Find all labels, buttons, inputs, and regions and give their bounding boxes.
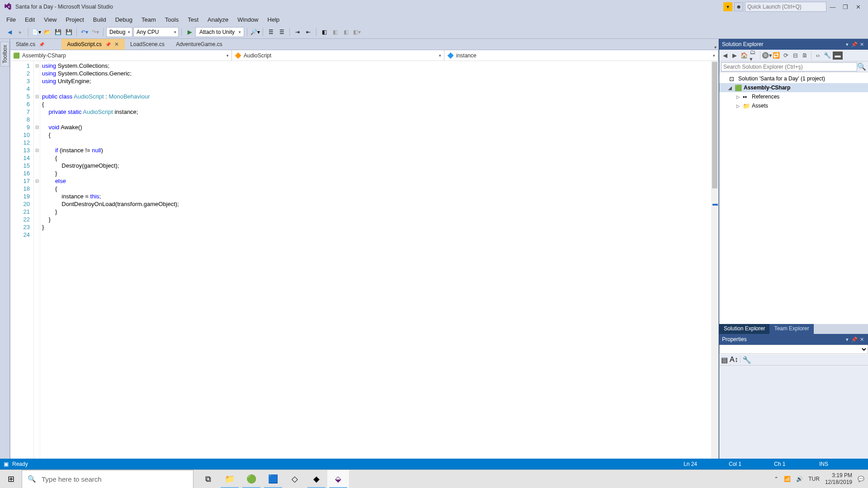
nav-member-dropdown[interactable]: 🔷instance xyxy=(444,50,718,61)
alphabetical-icon[interactable]: A↕ xyxy=(730,356,738,364)
start-debug-button[interactable]: ▶ xyxy=(184,27,194,37)
taskbar-chrome[interactable]: 🟢 xyxy=(241,470,262,488)
menu-help[interactable]: Help xyxy=(263,14,284,25)
tray-chevron-icon[interactable]: ⌃ xyxy=(774,476,778,482)
close-panel-icon[interactable]: ✕ xyxy=(858,42,865,47)
tab-loadscene[interactable]: LoadScene.cs xyxy=(125,39,170,50)
redo-button[interactable]: ↷▾ xyxy=(90,27,100,37)
pin-icon[interactable]: 📌 xyxy=(851,42,858,47)
menu-test[interactable]: Test xyxy=(183,14,203,25)
uncomment-button[interactable]: ☰ xyxy=(277,27,287,37)
taskbar-visual-studio[interactable]: ⬙ xyxy=(327,470,349,488)
minimize-button[interactable]: — xyxy=(826,2,839,12)
tab-overflow-button[interactable]: ▾ xyxy=(714,45,718,50)
undo-button[interactable]: ↶▾ xyxy=(80,27,90,37)
properties-icon[interactable]: 🔧 xyxy=(823,52,831,60)
tab-team-explorer[interactable]: Team Explorer xyxy=(769,324,813,334)
taskbar-word[interactable]: 🟦 xyxy=(262,470,284,488)
tree-assets-node[interactable]: ▷📁Assets xyxy=(719,101,868,110)
sync-icon[interactable]: 🔁 xyxy=(772,52,780,60)
code-text[interactable]: using System.Collections; using System.C… xyxy=(40,61,718,469)
feedback-icon[interactable]: ☻ xyxy=(734,2,743,11)
tab-adventuregame[interactable]: AdventureGame.cs xyxy=(170,39,228,50)
taskbar-explorer[interactable]: 📁 xyxy=(219,470,241,488)
nav-type-dropdown[interactable]: 🔶AudioScript xyxy=(232,50,444,61)
notification-flag-icon[interactable]: ▾ xyxy=(723,2,732,11)
pin-icon[interactable]: 📌 xyxy=(105,42,111,47)
categorized-icon[interactable]: ▤ xyxy=(721,356,728,364)
tree-project-node[interactable]: ◢🟩Assembly-CSharp xyxy=(719,83,868,92)
sync-scope-icon[interactable]: 🗂▾ xyxy=(750,52,758,60)
property-pages-icon[interactable]: 🔧 xyxy=(742,356,751,364)
tab-audioscript[interactable]: AudioScript.cs📌✕ xyxy=(61,39,125,50)
show-all-icon[interactable]: 🗎 xyxy=(801,52,809,60)
code-area[interactable]: 1234567891012131415161718192021222324 ⊟⊟… xyxy=(10,61,718,469)
fold-gutter[interactable]: ⊟⊟⊟⊟⊟ xyxy=(34,61,40,469)
properties-header[interactable]: Properties ▾ 📌 ✕ xyxy=(719,334,868,345)
close-tab-icon[interactable]: ✕ xyxy=(114,41,119,47)
nav-back-button[interactable]: ◀ xyxy=(5,27,14,37)
close-button[interactable]: ✕ xyxy=(852,2,864,12)
attach-unity-button[interactable]: Attach to Unity xyxy=(195,27,244,37)
solution-search-input[interactable] xyxy=(721,62,857,71)
quick-launch-input[interactable] xyxy=(745,2,826,12)
menu-project[interactable]: Project xyxy=(61,14,88,25)
platform-dropdown[interactable]: Any CPU xyxy=(133,27,179,37)
task-view-button[interactable]: ⧉ xyxy=(197,470,219,488)
preview-icon[interactable]: ▬ xyxy=(833,52,843,60)
bookmark-button[interactable]: ◧ xyxy=(319,27,329,37)
pin-icon[interactable]: 📌 xyxy=(39,42,44,47)
save-button[interactable]: 💾 xyxy=(53,27,63,37)
view-code-icon[interactable]: ‹› xyxy=(814,52,822,60)
menu-build[interactable]: Build xyxy=(89,14,111,25)
save-all-button[interactable]: 💾 xyxy=(64,27,74,37)
prev-bookmark-button[interactable]: ◧ xyxy=(330,27,340,37)
comment-button[interactable]: ☰ xyxy=(266,27,276,37)
open-button[interactable]: 📂 xyxy=(42,27,52,37)
refresh-icon[interactable]: ⟳ xyxy=(782,52,790,60)
tree-references-node[interactable]: ▷▪▪References xyxy=(719,92,868,101)
next-bookmark-button[interactable]: ◧ xyxy=(341,27,351,37)
solution-explorer-header[interactable]: Solution Explorer ▾ 📌 ✕ xyxy=(719,39,868,50)
pending-changes-icon[interactable]: 🔘▾ xyxy=(763,52,771,60)
nav-project-dropdown[interactable]: 🟩Assembly-CSharp xyxy=(10,50,232,61)
tree-solution-node[interactable]: ⊡Solution 'Santa for a Day' (1 project) xyxy=(719,74,868,83)
menu-debug[interactable]: Debug xyxy=(111,14,137,25)
taskbar-app[interactable]: ◇ xyxy=(284,470,306,488)
vertical-scrollbar[interactable] xyxy=(711,61,718,462)
maximize-button[interactable]: ❐ xyxy=(839,2,852,12)
menu-view[interactable]: View xyxy=(39,14,61,25)
tab-solution-explorer[interactable]: Solution Explorer xyxy=(719,324,769,334)
menu-tools[interactable]: Tools xyxy=(160,14,183,25)
solution-tree[interactable]: ⊡Solution 'Santa for a Day' (1 project) … xyxy=(719,72,868,324)
find-button[interactable]: 🔎▾ xyxy=(250,27,260,37)
home-icon[interactable]: 🏠 xyxy=(740,52,748,60)
volume-icon[interactable]: 🔊 xyxy=(796,476,803,482)
menu-analyze[interactable]: Analyze xyxy=(203,14,233,25)
window-options-icon[interactable]: ▾ xyxy=(844,337,851,343)
clock[interactable]: 3:19 PM12/18/2019 xyxy=(825,472,852,486)
system-tray[interactable]: ⌃ 📶 🔊 TUR 3:19 PM12/18/2019 💬 xyxy=(774,472,868,486)
window-options-icon[interactable]: ▾ xyxy=(844,42,851,47)
indent-button[interactable]: ⇥ xyxy=(292,27,302,37)
clear-bookmarks-button[interactable]: ◧▾ xyxy=(352,27,362,37)
language-indicator[interactable]: TUR xyxy=(808,476,820,482)
menu-window[interactable]: Window xyxy=(233,14,263,25)
menu-edit[interactable]: Edit xyxy=(20,14,39,25)
taskbar-unity[interactable]: ◆ xyxy=(306,470,327,488)
forward-icon[interactable]: ▶ xyxy=(731,52,739,60)
tab-state[interactable]: State.cs📌 xyxy=(10,39,50,50)
action-center-icon[interactable]: 💬 xyxy=(858,476,864,482)
menu-file[interactable]: File xyxy=(2,14,20,25)
properties-object-dropdown[interactable] xyxy=(719,345,868,354)
new-project-button[interactable]: 📄▾ xyxy=(31,27,41,37)
search-icon[interactable]: 🔍 xyxy=(857,62,866,71)
nav-fwd-button[interactable]: ▸ xyxy=(15,27,25,37)
wifi-icon[interactable]: 📶 xyxy=(784,476,791,482)
close-panel-icon[interactable]: ✕ xyxy=(858,337,865,343)
tab-audio2[interactable] xyxy=(50,39,61,50)
menu-team[interactable]: Team xyxy=(137,14,160,25)
windows-search-input[interactable]: 🔍 Type here to search xyxy=(22,470,193,488)
outdent-button[interactable]: ⇤ xyxy=(303,27,313,37)
config-dropdown[interactable]: Debug xyxy=(106,27,132,37)
